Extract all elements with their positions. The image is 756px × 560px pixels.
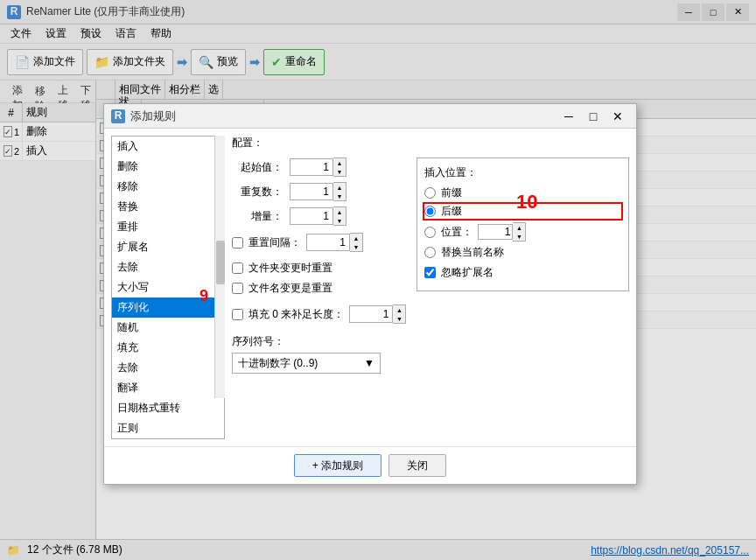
position-increment-btn[interactable]: ▲ — [513, 223, 525, 232]
start-label: 起始值： — [232, 160, 283, 175]
close-dialog-button[interactable]: 关闭 — [388, 454, 446, 477]
fillzero-decrement-btn[interactable]: ▼ — [393, 314, 405, 323]
interval-input: ▲ ▼ — [306, 233, 363, 252]
config-title: 配置： — [232, 136, 629, 150]
rule-item-replace[interactable]: 替换 — [112, 197, 224, 217]
rule-item-date-format[interactable]: 日期格式重转 — [112, 398, 224, 418]
repeat-row: 重复数： ▲ ▼ — [232, 182, 406, 201]
scrollbar-thumb[interactable] — [216, 241, 225, 284]
dropdown-arrow-icon: ▼ — [364, 357, 374, 369]
rule-item-remove[interactable]: 移除 — [112, 177, 224, 197]
dialog-minimize-button[interactable]: ─ — [557, 108, 580, 125]
interval-increment-btn[interactable]: ▲ — [350, 234, 362, 242]
ignore-ext-checkbox[interactable] — [424, 267, 436, 278]
rule-item-reorder[interactable]: 重排 — [112, 217, 224, 237]
sequence-symbol-label: 序列符号： — [232, 334, 406, 349]
sequence-dropdown[interactable]: 十进制数字 (0..9) ▼ — [232, 353, 381, 374]
name-change-label[interactable]: 文件名变更是重置 — [248, 281, 332, 296]
rule-item-insert[interactable]: 插入 — [112, 136, 224, 157]
interval-decrement-btn[interactable]: ▼ — [350, 242, 362, 251]
start-decrement-btn[interactable]: ▼ — [333, 167, 346, 176]
insert-position-title: 插入位置： — [424, 165, 621, 180]
increment-field[interactable] — [290, 207, 333, 225]
dialog-title-bar: R 添加规则 ─ □ ✕ — [104, 104, 636, 129]
position-radio[interactable] — [424, 227, 436, 238]
fillzero-increment-btn[interactable]: ▲ — [393, 305, 405, 314]
start-value-field[interactable] — [290, 158, 333, 176]
dialog-footer: + 添加规则 关闭 — [104, 446, 636, 484]
list-scrollbar[interactable] — [214, 136, 225, 398]
fill-zero-row: 填充 0 来补足长度： ▲ ▼ — [232, 304, 406, 324]
dialog-maximize-button[interactable]: □ — [582, 108, 605, 125]
insert-position-panel: 插入位置： 前缀 后缀 — [416, 158, 629, 374]
name-change-checkbox[interactable] — [232, 283, 243, 294]
repeat-input: ▲ ▼ — [290, 182, 346, 201]
rule-item-remove2[interactable]: 去除 — [112, 358, 224, 378]
add-rule-dialog: R 添加规则 ─ □ ✕ 插入 删除 移除 替换 重排 扩展名 去除 大小写 序… — [103, 103, 637, 485]
sequence-dropdown-value: 十进制数字 (0..9) — [238, 356, 318, 371]
interval-field[interactable] — [306, 234, 350, 251]
rule-item-fill[interactable]: 填充 — [112, 338, 224, 358]
repeat-label: 重复数： — [232, 185, 283, 200]
position-field[interactable] — [478, 224, 513, 240]
interval-row: 重置间隔： ▲ ▼ — [232, 233, 406, 252]
dialog-title-buttons: ─ □ ✕ — [557, 108, 629, 125]
ignore-ext-row: 忽略扩展名 — [424, 265, 621, 280]
repeat-decrement-btn[interactable]: ▼ — [333, 192, 346, 200]
dialog-title-text: 添加规则 — [130, 108, 557, 124]
folder-change-checkbox[interactable] — [232, 262, 243, 274]
dialog-icon: R — [111, 109, 125, 123]
interval-checkbox[interactable] — [232, 237, 243, 248]
ignore-ext-label[interactable]: 忽略扩展名 — [441, 265, 494, 280]
rule-type-list: 插入 删除 移除 替换 重排 扩展名 去除 大小写 序列化 随机 填充 去除 翻… — [111, 136, 225, 439]
dialog-close-button[interactable]: ✕ — [606, 108, 629, 125]
position-label[interactable]: 位置： — [441, 225, 472, 240]
suffix-radio[interactable] — [424, 206, 436, 217]
rule-item-translate[interactable]: 翻译 — [112, 378, 224, 398]
suffix-radio-row: 后缀 — [424, 204, 621, 219]
dialog-body: 插入 删除 移除 替换 重排 扩展名 去除 大小写 序列化 随机 填充 去除 翻… — [104, 129, 636, 446]
position-decrement-btn[interactable]: ▼ — [513, 232, 525, 241]
increment-input: ▲ ▼ — [290, 206, 346, 226]
svg-text:R: R — [115, 111, 122, 122]
folder-change-label[interactable]: 文件夹变更时重置 — [248, 261, 332, 276]
start-increment-btn[interactable]: ▲ — [333, 158, 346, 167]
increment-decrement-btn[interactable]: ▼ — [333, 216, 346, 225]
rule-item-case[interactable]: 大小写 — [112, 277, 224, 298]
replace-label[interactable]: 替换当前名称 — [441, 245, 504, 260]
start-value-row: 起始值： ▲ ▼ — [232, 158, 406, 177]
rule-item-extension[interactable]: 扩展名 — [112, 237, 224, 257]
repeat-increment-btn[interactable]: ▲ — [333, 183, 346, 192]
replace-radio[interactable] — [424, 247, 436, 258]
fill-zero-field[interactable] — [349, 305, 393, 323]
add-rule-footer-button[interactable]: + 添加规则 — [294, 454, 382, 477]
prefix-label[interactable]: 前缀 — [441, 186, 462, 200]
rule-item-random[interactable]: 随机 — [112, 318, 224, 338]
rule-item-delete[interactable]: 删除 — [112, 157, 224, 177]
interval-label[interactable]: 重置间隔： — [248, 235, 301, 250]
repeat-field[interactable] — [290, 183, 333, 200]
rule-item-serialize[interactable]: 序列化 — [112, 298, 224, 318]
rule-list-content: 插入 删除 移除 替换 重排 扩展名 去除 大小写 序列化 随机 填充 去除 翻… — [111, 136, 225, 439]
sequence-symbol-section: 序列符号： 十进制数字 (0..9) ▼ — [232, 334, 406, 374]
increment-increment-btn[interactable]: ▲ — [333, 207, 346, 216]
rule-item-trim[interactable]: 去除 — [112, 257, 224, 277]
position-radio-row: 位置： ▲ ▼ — [424, 222, 621, 242]
replace-current-row: 替换当前名称 — [424, 245, 621, 260]
config-panel: 配置： 起始值： ▲ ▼ — [232, 136, 629, 439]
config-sections: 起始值： ▲ ▼ 重复数： — [232, 158, 629, 374]
rule-item-regex[interactable]: 正则 — [112, 418, 224, 438]
prefix-radio-row: 前缀 — [424, 186, 621, 200]
name-change-row: 文件名变更是重置 — [232, 281, 406, 296]
fill-zero-checkbox[interactable] — [232, 309, 243, 320]
start-value-input: ▲ ▼ — [290, 158, 346, 177]
fill-zero-input: ▲ ▼ — [349, 304, 406, 324]
config-fields: 起始值： ▲ ▼ 重复数： — [232, 158, 406, 374]
suffix-label[interactable]: 后缀 — [441, 204, 462, 219]
position-input: ▲ ▼ — [478, 222, 526, 242]
folder-change-row: 文件夹变更时重置 — [232, 261, 406, 276]
fill-zero-label[interactable]: 填充 0 来补足长度： — [248, 307, 344, 322]
prefix-radio[interactable] — [424, 187, 436, 199]
increment-row: 增量： ▲ ▼ — [232, 206, 406, 226]
increment-label: 增量： — [232, 209, 283, 224]
